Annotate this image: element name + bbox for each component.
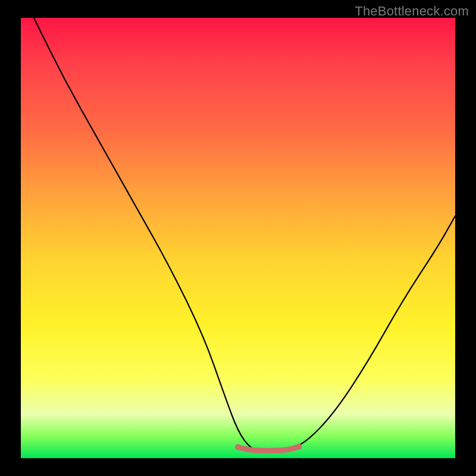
bottleneck-curve-line: [34, 18, 455, 452]
flat-segment-end-dot: [296, 444, 302, 450]
flat-segment-start-dot: [235, 444, 241, 450]
chart-svg: [21, 18, 455, 458]
watermark-text: TheBottleneck.com: [355, 4, 469, 19]
plot-area: [21, 18, 455, 458]
chart-container: TheBottleneck.com: [0, 0, 476, 476]
flat-bottom-segment: [238, 447, 299, 451]
